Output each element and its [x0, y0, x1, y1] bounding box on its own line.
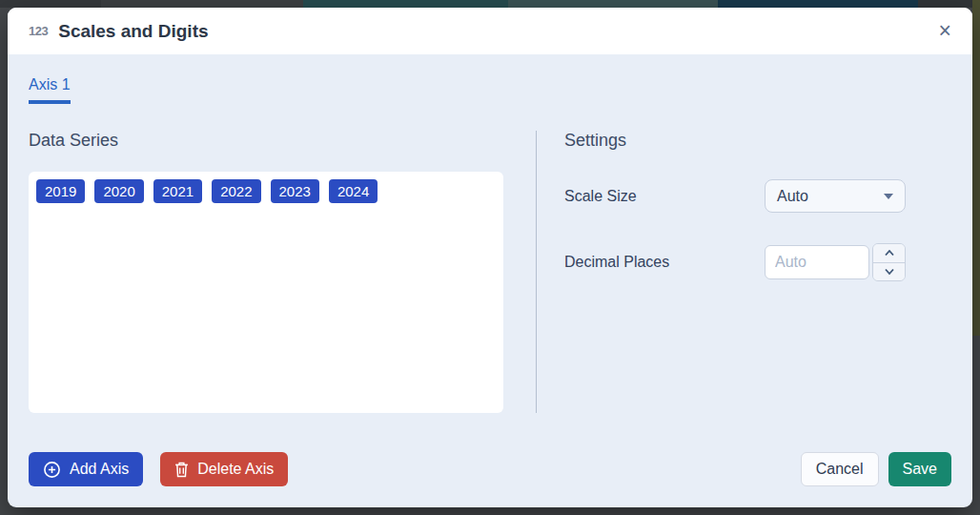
scale-size-select[interactable]: Auto	[765, 179, 906, 213]
dialog-body: Axis 1 Data Series 201920202021202220232…	[8, 54, 972, 507]
background-page-remnant-right	[972, 0, 980, 336]
delete-axis-label: Delete Axis	[197, 461, 274, 478]
settings-heading: Settings	[564, 131, 906, 151]
data-series-chip[interactable]: 2024	[329, 179, 378, 203]
decimal-places-stepper	[872, 243, 906, 281]
data-series-chip[interactable]: 2020	[94, 179, 143, 203]
background-segment	[718, 0, 918, 8]
decimal-places-input[interactable]	[765, 245, 869, 279]
add-axis-button[interactable]: Add Axis	[29, 452, 143, 486]
background-segment	[303, 0, 508, 8]
close-icon[interactable]: ×	[939, 20, 951, 42]
decimal-places-control	[765, 243, 906, 281]
data-series-chip[interactable]: 2021	[153, 179, 202, 203]
scales-and-digits-dialog: 123 Scales and Digits × Axis 1 Data Seri…	[8, 8, 972, 507]
delete-axis-button[interactable]: Delete Axis	[160, 452, 288, 486]
data-series-section: Data Series 201920202021202220232024	[29, 131, 503, 413]
scale-size-value: Auto	[777, 188, 808, 205]
add-axis-label: Add Axis	[70, 461, 129, 478]
tab-axis-1[interactable]: Axis 1	[29, 76, 71, 104]
background-page-remnant-top	[0, 0, 980, 8]
dialog-header: 123 Scales and Digits ×	[8, 8, 972, 54]
data-series-chip-list: 201920202021202220232024	[36, 179, 496, 203]
data-series-chip[interactable]: 2022	[212, 179, 260, 203]
scale-size-row: Scale Size Auto	[564, 179, 906, 213]
data-series-panel: 201920202021202220232024	[29, 172, 503, 413]
dimmed-page-backdrop: 123 Scales and Digits × Axis 1 Data Seri…	[0, 0, 980, 515]
background-segment	[101, 0, 303, 8]
data-series-chip[interactable]: 2019	[36, 179, 85, 203]
data-series-heading: Data Series	[29, 131, 503, 151]
caret-down-icon	[884, 194, 893, 199]
stepper-up-button[interactable]	[873, 244, 905, 263]
background-segment	[0, 0, 101, 8]
background-segment	[918, 0, 980, 8]
footer-left-actions: Add Axis Delete Axis	[29, 452, 288, 486]
dialog-title: Scales and Digits	[58, 21, 208, 42]
trash-icon	[174, 462, 189, 478]
axis-tab-bar: Axis 1	[29, 76, 951, 104]
decimal-places-row: Decimal Places	[564, 243, 906, 281]
plus-circle-icon	[43, 461, 61, 479]
scale-size-label: Scale Size	[564, 188, 765, 205]
data-series-chip[interactable]: 2023	[271, 179, 319, 203]
cancel-button[interactable]: Cancel	[801, 452, 879, 486]
dialog-footer: Add Axis Delete Axis Cancel Save	[29, 452, 951, 507]
chevron-up-icon	[884, 249, 895, 257]
settings-section: Settings Scale Size Auto Decimal Places	[537, 131, 906, 413]
numeric-123-icon: 123	[29, 24, 48, 38]
dialog-content: Data Series 201920202021202220232024 Set…	[29, 131, 951, 413]
stepper-down-button[interactable]	[873, 263, 905, 281]
chevron-down-icon	[884, 268, 895, 276]
background-segment	[508, 0, 718, 8]
save-button[interactable]: Save	[888, 452, 951, 486]
decimal-places-label: Decimal Places	[564, 254, 765, 271]
footer-right-actions: Cancel Save	[801, 452, 951, 486]
